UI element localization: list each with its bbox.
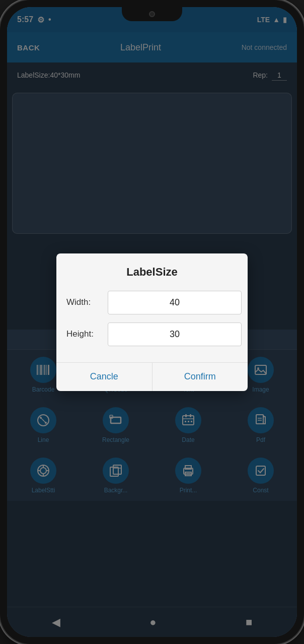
dialog-buttons: Cancle Confirm	[56, 363, 248, 391]
height-input[interactable]	[108, 323, 242, 346]
notch	[122, 7, 182, 21]
phone-frame: 5:57 ⚙ • LTE ▲ ▮ BACK LabelPrint Not con…	[0, 0, 304, 644]
camera	[149, 11, 155, 17]
height-label: Height:	[66, 329, 102, 339]
width-field-row: Width:	[66, 291, 238, 314]
phone-screen: 5:57 ⚙ • LTE ▲ ▮ BACK LabelPrint Not con…	[7, 7, 297, 637]
confirm-button[interactable]: Confirm	[153, 363, 248, 391]
cancel-button[interactable]: Cancle	[56, 363, 153, 391]
dialog-body: Width: Height:	[56, 287, 248, 362]
dialog-overlay: LabelSize Width: Height: Cancle Confirm	[7, 7, 297, 637]
label-size-dialog: LabelSize Width: Height: Cancle Confirm	[56, 253, 248, 391]
width-input[interactable]	[108, 291, 242, 314]
width-label: Width:	[66, 297, 102, 307]
dialog-title: LabelSize	[56, 253, 248, 287]
height-field-row: Height:	[66, 323, 238, 346]
